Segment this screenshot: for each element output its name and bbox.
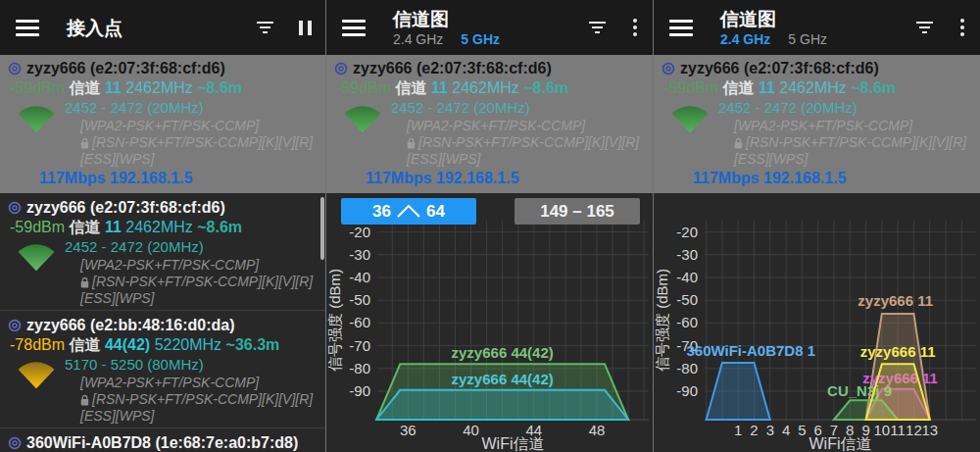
rssi-value: -59dBm bbox=[663, 79, 718, 96]
wifi-signal-icon bbox=[16, 106, 57, 133]
tab-5ghz[interactable]: 5 GHz bbox=[788, 31, 827, 47]
security-line-3: [ESS][WPS] bbox=[407, 151, 645, 168]
svg-text:-60: -60 bbox=[349, 314, 370, 330]
svg-text:-80: -80 bbox=[676, 360, 698, 377]
rssi-value: -59dBm bbox=[10, 79, 65, 96]
security-line-2: [RSN-PSK+FT/PSK-CCMP][K][V][R] bbox=[80, 274, 318, 290]
svg-text:1: 1 bbox=[734, 422, 742, 438]
wifi-signal-icon bbox=[669, 106, 710, 133]
access-point-row[interactable]: 360WiFi-A0B7D8 (1e:68:7e:a0:b7:d8) bbox=[0, 428, 325, 452]
connected-ssid: zyzy666 (e2:07:3f:68:cf:d6) bbox=[353, 59, 552, 78]
svg-text:-50: -50 bbox=[349, 291, 370, 308]
security-line-3: [ESS][WPS] bbox=[80, 151, 318, 168]
svg-text:-80: -80 bbox=[349, 360, 370, 377]
ap-signal-line: -78dBm 信道 44(42) 5220MHz ~36.3m bbox=[8, 335, 318, 355]
channel-graph-chart-5ghz[interactable]: -20-30-40-50-60-70-80-9036404448WiFi信道信号… bbox=[326, 193, 653, 452]
ap-ssid: zyzy666 (e2:07:3f:68:cf:d6) bbox=[26, 198, 225, 218]
link-speed-ip: 117Mbps 192.168.1.5 bbox=[693, 168, 972, 188]
connection-info[interactable]: zyzy666 (e2:07:3f:68:cf:d6) -59dBm 信道 11… bbox=[0, 55, 325, 193]
rssi-value: -78dBm bbox=[10, 336, 65, 353]
svg-text:zyzy666 44(42): zyzy666 44(42) bbox=[452, 344, 554, 361]
kebab-menu-icon[interactable] bbox=[631, 17, 639, 38]
distance: ~8.6m bbox=[851, 79, 896, 96]
channel-number: 11 bbox=[431, 79, 448, 96]
svg-text:360WiFi-A0B7D8 1: 360WiFi-A0B7D8 1 bbox=[686, 342, 815, 359]
band-group-button-149-165[interactable]: 149 – 165 bbox=[514, 198, 640, 225]
link-speed-ip: 117Mbps 192.168.1.5 bbox=[366, 168, 645, 188]
access-point-list: zyzy666 (e2:07:3f:68:cf:d6) -59dBm 信道 11… bbox=[0, 193, 325, 452]
svg-text:10: 10 bbox=[874, 422, 891, 438]
filter-icon[interactable] bbox=[916, 22, 933, 33]
filter-icon[interactable] bbox=[589, 22, 606, 33]
channel-peak-icon bbox=[397, 205, 420, 218]
pause-icon[interactable] bbox=[299, 21, 312, 35]
tab-5ghz[interactable]: 5 GHz bbox=[461, 31, 500, 47]
svg-text:40: 40 bbox=[463, 422, 479, 438]
lock-icon bbox=[80, 276, 89, 288]
hamburger-menu-icon[interactable] bbox=[16, 20, 39, 36]
frequency: 2462MHz bbox=[125, 219, 192, 235]
network-circle-icon bbox=[334, 62, 348, 75]
connection-info[interactable]: zyzy666 (e2:07:3f:68:cf:d6) -59dBm 信道 11… bbox=[326, 55, 653, 193]
svg-text:3: 3 bbox=[766, 422, 774, 438]
channel-graph-chart-24ghz[interactable]: -20-30-40-50-60-70-80-901234567891011121… bbox=[654, 193, 980, 452]
rssi-value: -59dBm bbox=[336, 79, 391, 96]
svg-text:4: 4 bbox=[782, 422, 790, 438]
svg-text:-20: -20 bbox=[349, 224, 370, 240]
connection-signal-line: -59dBm 信道 11 2462MHz ~8.6m bbox=[662, 78, 972, 98]
svg-text:-30: -30 bbox=[676, 246, 698, 263]
security-line-2: [RSN-PSK+FT/PSK-CCMP][K][V][R] bbox=[734, 134, 972, 151]
svg-text:-50: -50 bbox=[676, 291, 698, 308]
channel-number: 44(42) bbox=[105, 336, 150, 353]
access-point-row[interactable]: zyzy666 (e2:bb:48:16:d0:da) -78dBm 信道 44… bbox=[0, 311, 325, 428]
page-title: 接入点 bbox=[67, 18, 257, 38]
wifi-signal-icon bbox=[16, 244, 57, 272]
svg-text:-90: -90 bbox=[676, 382, 698, 399]
access-point-row[interactable]: zyzy666 (e2:07:3f:68:cf:d6) -59dBm 信道 11… bbox=[0, 193, 325, 311]
svg-text:信号强度 (dBm): 信号强度 (dBm) bbox=[326, 269, 343, 372]
channel-range: 2452 - 2472 (20MHz) bbox=[391, 98, 645, 118]
band-group-button-36-64[interactable]: 36 64 bbox=[341, 198, 476, 225]
connected-ssid: zyzy666 (e2:07:3f:68:cf:d6) bbox=[26, 59, 225, 78]
svg-text:zyzy666 11: zyzy666 11 bbox=[860, 343, 936, 360]
security-line-1: [WPA2-PSK+FT/PSK-CCMP] bbox=[80, 257, 318, 274]
kebab-menu-icon[interactable] bbox=[958, 17, 966, 38]
list-scrollbar[interactable] bbox=[320, 197, 324, 260]
hamburger-menu-icon[interactable] bbox=[669, 20, 693, 36]
svg-text:WiFi信道: WiFi信道 bbox=[482, 435, 545, 452]
connection-info[interactable]: zyzy666 (e2:07:3f:68:cf:d6) -59dBm 信道 11… bbox=[654, 55, 980, 193]
frequency: 2462MHz bbox=[779, 79, 846, 96]
security-line-1: [WPA2-PSK+FT/PSK-CCMP] bbox=[407, 118, 645, 134]
panel-access-points: 接入点 zyzy666 (e2:07:3f:68:cf:d6) -59dBm 信… bbox=[0, 0, 326, 452]
tab-2-4ghz[interactable]: 2.4 GHz bbox=[720, 31, 770, 47]
toolbar-channel-graph: 信道图 2.4 GHz 5 GHz bbox=[326, 0, 653, 55]
security-line-3: [ESS][WPS] bbox=[80, 290, 318, 307]
page-title: 信道图 bbox=[393, 9, 589, 29]
toolbar-channel-graph: 信道图 2.4 GHz 5 GHz bbox=[654, 0, 980, 55]
toolbar-access-points: 接入点 bbox=[0, 0, 325, 55]
lock-icon bbox=[80, 394, 89, 406]
panel-channel-graph-5ghz: 信道图 2.4 GHz 5 GHz zyzy666 (e2:07:3f:68:c… bbox=[326, 0, 654, 452]
svg-text:zyzy666 44(42): zyzy666 44(42) bbox=[452, 371, 554, 387]
lock-icon bbox=[80, 137, 89, 149]
distance: ~8.6m bbox=[197, 79, 242, 96]
rssi-value: -59dBm bbox=[10, 219, 65, 235]
lock-icon bbox=[407, 137, 416, 149]
svg-text:-60: -60 bbox=[676, 314, 698, 330]
distance: ~8.6m bbox=[523, 79, 568, 96]
security-line-3: [ESS][WPS] bbox=[734, 151, 972, 168]
svg-text:5: 5 bbox=[798, 422, 806, 438]
channel-graph-24ghz: -20-30-40-50-60-70-80-901234567891011121… bbox=[654, 193, 980, 452]
channel-range: 2452 - 2472 (20MHz) bbox=[65, 98, 318, 118]
svg-text:-70: -70 bbox=[349, 337, 370, 354]
page-title: 信道图 bbox=[720, 9, 916, 29]
tab-2-4ghz[interactable]: 2.4 GHz bbox=[393, 31, 443, 47]
svg-text:48: 48 bbox=[589, 422, 606, 438]
security-line-1: [WPA2-PSK+FT/PSK-CCMP] bbox=[80, 375, 318, 391]
filter-icon[interactable] bbox=[257, 22, 273, 33]
network-circle-icon bbox=[8, 201, 22, 215]
hamburger-menu-icon[interactable] bbox=[342, 20, 366, 36]
security-line-2: [RSN-PSK+FT/PSK-CCMP][K][V][R] bbox=[80, 391, 318, 408]
distance: ~8.6m bbox=[197, 219, 242, 235]
svg-text:-40: -40 bbox=[349, 269, 370, 285]
